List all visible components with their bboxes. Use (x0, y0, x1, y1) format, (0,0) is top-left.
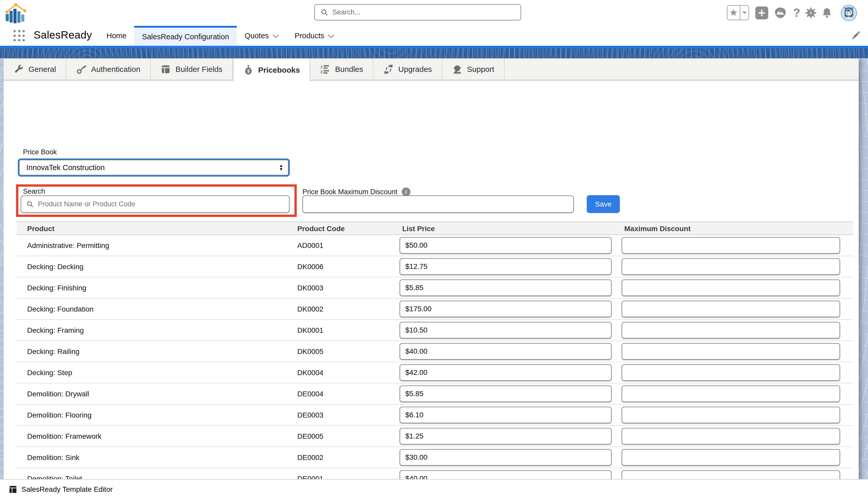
price-book-select[interactable]: InnovaTek Construction ▲▼ (18, 158, 290, 177)
template-editor-icon (9, 485, 17, 494)
global-search-input[interactable] (332, 8, 515, 16)
tab-label: Pricebooks (258, 66, 300, 74)
max-discount-input[interactable] (622, 364, 840, 381)
nav-item-label: Quotes (245, 32, 269, 40)
pricebook-max-discount-input[interactable] (302, 195, 574, 213)
tab-pricebooks[interactable]: $ Pricebooks (233, 59, 310, 82)
max-discount-input[interactable] (622, 407, 840, 423)
column-header-product-code: Product Code (297, 222, 345, 235)
layout-icon (161, 64, 171, 74)
price-table: Product Product Code List Price Maximum … (16, 222, 853, 499)
tab-label: Support (467, 65, 494, 74)
app-launcher-waffle-icon[interactable] (13, 30, 25, 42)
list-price-input[interactable] (400, 428, 611, 445)
product-search-label: Search (23, 187, 45, 195)
chevron-down-icon[interactable] (272, 34, 279, 38)
product-search-field[interactable] (21, 195, 289, 213)
product-name: Decking: Framing (27, 320, 84, 341)
svg-text:2: 2 (321, 70, 323, 74)
table-row: Decking: Decking DK0006 (16, 256, 853, 277)
max-discount-input[interactable] (622, 428, 840, 445)
product-code: DK0006 (297, 256, 323, 277)
list-price-input[interactable] (400, 301, 611, 317)
column-header-maximum-discount: Maximum Discount (624, 222, 691, 235)
tab-authentication[interactable]: Authentication (66, 59, 151, 80)
app-nav-bar: SalesReady Home SalesReady Configuration… (0, 26, 868, 46)
table-row: Administrative: Permitting AD0001 (16, 235, 853, 256)
tab-label: Builder Fields (175, 65, 223, 74)
max-discount-label-text: Price Book Maximum Discount (302, 188, 398, 196)
list-price-input[interactable] (400, 343, 611, 360)
select-spinner-icon: ▲▼ (279, 164, 283, 171)
favorites-control[interactable] (727, 5, 749, 20)
max-discount-input[interactable] (622, 343, 840, 360)
table-row: Decking: Foundation DK0002 (16, 299, 853, 320)
accent-blue-line (0, 46, 868, 48)
template-editor-label[interactable]: SalesReady Template Editor (22, 485, 113, 494)
list-price-input[interactable] (400, 237, 611, 254)
product-code: DK0004 (297, 362, 323, 384)
product-code: DE0005 (297, 426, 323, 447)
global-actions-button[interactable] (755, 7, 768, 20)
tab-bundles[interactable]: 1 2 Bundles (310, 59, 373, 80)
money-bag-icon: $ (243, 65, 253, 75)
nav-item-quotes[interactable]: Quotes (237, 26, 287, 46)
search-icon (321, 9, 328, 16)
max-discount-input[interactable] (622, 237, 840, 254)
nav-item-label: SalesReady Configuration (142, 33, 229, 41)
table-row: Decking: Framing DK0001 (16, 320, 853, 341)
product-code: DE0002 (297, 447, 323, 468)
tab-label: Bundles (335, 65, 363, 74)
nav-item-products[interactable]: Products (287, 26, 342, 46)
nav-item-salesready-configuration[interactable]: SalesReady Configuration (134, 26, 237, 46)
edit-pencil-icon[interactable] (851, 31, 861, 41)
wrench-icon (13, 64, 24, 74)
product-code: DE0003 (297, 405, 323, 426)
list-price-input[interactable] (400, 280, 611, 296)
notifications-bell-icon[interactable] (821, 6, 833, 20)
save-button[interactable]: Save (587, 195, 620, 213)
star-icon[interactable] (727, 6, 740, 20)
list-price-input[interactable] (400, 386, 611, 402)
max-discount-input[interactable] (622, 449, 840, 466)
price-table-body: Administrative: Permitting AD0001 Deckin… (16, 235, 853, 499)
product-search-input[interactable] (38, 200, 284, 208)
config-tabs: General Authentication Builder Fields (4, 58, 859, 81)
trailhead-icon[interactable] (774, 7, 787, 20)
list-price-input[interactable] (400, 322, 611, 339)
global-search[interactable] (314, 4, 521, 21)
info-icon[interactable]: i (402, 187, 410, 196)
help-icon[interactable]: ? (792, 5, 802, 20)
max-discount-input[interactable] (622, 258, 840, 275)
max-discount-input[interactable] (622, 386, 840, 402)
list-price-input[interactable] (400, 449, 611, 466)
tab-support[interactable]: Support (442, 59, 505, 80)
tab-upgrades[interactable]: Upgrades (373, 59, 442, 80)
max-discount-input[interactable] (622, 301, 840, 317)
table-row: Decking: Step DK0004 (16, 362, 853, 384)
tab-builder-fields[interactable]: Builder Fields (151, 59, 233, 80)
product-code: DK0002 (297, 299, 323, 320)
app-window: ? (0, 0, 868, 499)
max-discount-label: Price Book Maximum Discount i (302, 187, 410, 196)
chevron-down-icon[interactable] (328, 34, 334, 38)
max-discount-input[interactable] (622, 322, 840, 339)
list-price-input[interactable] (400, 364, 611, 381)
table-row: Decking: Finishing DK0003 (16, 277, 853, 299)
nav-item-home[interactable]: Home (99, 26, 134, 46)
price-table-header: Product Product Code List Price Maximum … (16, 222, 853, 235)
product-code: DE0004 (297, 384, 323, 405)
user-avatar[interactable] (841, 5, 857, 21)
list-price-input[interactable] (400, 258, 611, 275)
tab-general[interactable]: General (4, 59, 66, 80)
favorites-caret-icon[interactable] (740, 6, 748, 20)
price-book-selected-value: InnovaTek Construction (26, 163, 105, 172)
max-discount-input[interactable] (622, 280, 840, 296)
product-name: Demolition: Flooring (27, 405, 91, 426)
list-price-input[interactable] (400, 407, 611, 423)
product-code: DK0005 (297, 341, 323, 362)
utility-bar: SalesReady Template Editor (0, 479, 868, 499)
setup-gear-icon[interactable] (804, 7, 817, 20)
headset-icon (452, 64, 462, 74)
product-name: Decking: Decking (27, 256, 84, 277)
